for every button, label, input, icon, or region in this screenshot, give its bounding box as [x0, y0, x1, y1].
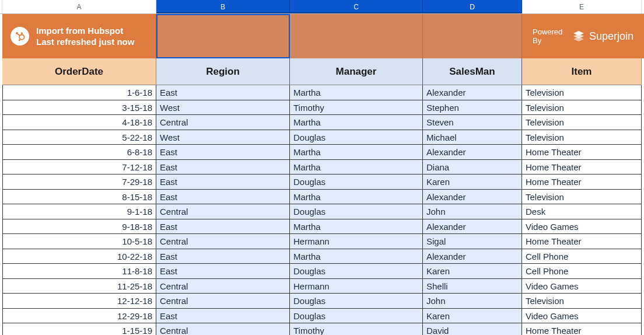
cell-B[interactable]: West [156, 130, 290, 145]
cell-D[interactable]: Shelli [423, 279, 522, 294]
cell-A[interactable]: 7-12-18 [2, 160, 156, 175]
cell-E[interactable]: Television [522, 294, 642, 309]
cell-B[interactable]: East [156, 85, 290, 100]
cell-A[interactable]: 6-8-18 [2, 145, 156, 160]
header-orderdate[interactable]: OrderDate [2, 58, 156, 85]
cell-D[interactable]: Alexander [423, 190, 522, 205]
col-header-A[interactable]: A [2, 0, 156, 13]
cell-D[interactable]: Karen [423, 309, 522, 324]
cell-C[interactable]: Douglas [290, 264, 423, 279]
cell-C[interactable]: Martha [290, 145, 423, 160]
cell-E[interactable]: Desk [522, 204, 642, 219]
header-item[interactable]: Item [522, 58, 642, 85]
cell-E[interactable]: Television [522, 100, 642, 116]
cell-A[interactable]: 4-18-18 [2, 115, 156, 130]
cell-C[interactable]: Martha [290, 115, 423, 130]
cell-A[interactable]: 12-29-18 [2, 309, 156, 324]
cell-B[interactable]: Central [156, 294, 290, 309]
cell-E[interactable]: Home Theater [522, 145, 642, 160]
cell-A[interactable]: 3-15-18 [2, 100, 156, 116]
cell-C[interactable]: Martha [290, 190, 423, 205]
banner-cell-D[interactable] [423, 14, 522, 58]
cell-C[interactable]: Hermann [290, 234, 423, 249]
cell-E[interactable]: Home Theater [522, 160, 642, 175]
cell-C[interactable]: Timothy [290, 323, 423, 335]
cell-E[interactable]: Video Games [522, 279, 642, 294]
cell-C[interactable]: Douglas [290, 294, 423, 309]
cell-E[interactable]: Cell Phone [522, 249, 642, 264]
cell-A[interactable]: 12-12-18 [2, 294, 156, 309]
cell-B[interactable]: East [156, 219, 290, 235]
cell-D[interactable]: Alexander [423, 145, 522, 160]
col-header-E[interactable]: E [522, 0, 642, 13]
cell-B[interactable]: East [156, 145, 290, 160]
cell-A[interactable]: 11-25-18 [2, 279, 156, 294]
cell-A[interactable]: 8-15-18 [2, 190, 156, 205]
header-region[interactable]: Region [156, 58, 290, 85]
cell-D[interactable]: Diana [423, 160, 522, 175]
cell-A[interactable]: 7-29-18 [2, 175, 156, 190]
cell-B[interactable]: East [156, 160, 290, 175]
table-row: 7-12-18EastMarthaDianaHome Theater [0, 160, 644, 175]
cell-C[interactable]: Douglas [290, 175, 423, 190]
cell-C[interactable]: Timothy [290, 100, 423, 116]
cell-D[interactable]: Michael [423, 130, 522, 145]
cell-B[interactable]: Central [156, 204, 290, 219]
col-header-B[interactable]: B [156, 0, 290, 13]
cell-B[interactable]: Central [156, 323, 290, 335]
cell-A[interactable]: 9-1-18 [2, 204, 156, 219]
cell-D[interactable]: John [423, 294, 522, 309]
cell-A[interactable]: 9-18-18 [2, 219, 156, 235]
cell-A[interactable]: 1-6-18 [2, 85, 156, 100]
cell-B[interactable]: East [156, 249, 290, 264]
cell-D[interactable]: Sigal [423, 234, 522, 249]
header-salesman[interactable]: SalesMan [423, 58, 522, 85]
cell-A[interactable]: 5-22-18 [2, 130, 156, 145]
cell-A[interactable]: 11-8-18 [2, 264, 156, 279]
cell-E[interactable]: Television [522, 130, 642, 145]
banner-cell-C[interactable] [290, 14, 423, 58]
col-header-C[interactable]: C [290, 0, 423, 13]
cell-E[interactable]: Television [522, 115, 642, 130]
cell-D[interactable]: Alexander [423, 249, 522, 264]
cell-C[interactable]: Martha [290, 85, 423, 100]
cell-D[interactable]: Alexander [423, 85, 522, 100]
cell-E[interactable]: Home Theater [522, 175, 642, 190]
cell-C[interactable]: Douglas [290, 204, 423, 219]
cell-C[interactable]: Martha [290, 219, 423, 235]
cell-B[interactable]: Central [156, 234, 290, 249]
banner-cell-B[interactable] [156, 14, 290, 58]
cell-E[interactable]: Television [522, 85, 642, 100]
cell-A[interactable]: 10-22-18 [2, 249, 156, 264]
cell-E[interactable]: Home Theater [522, 234, 642, 249]
cell-C[interactable]: Martha [290, 249, 423, 264]
cell-C[interactable]: Hermann [290, 279, 423, 294]
col-header-D[interactable]: D [423, 0, 522, 13]
cell-C[interactable]: Douglas [290, 309, 423, 324]
header-manager[interactable]: Manager [290, 58, 423, 85]
banner-title: Import from Hubspot [36, 25, 134, 37]
cell-C[interactable]: Martha [290, 160, 423, 175]
cell-B[interactable]: East [156, 190, 290, 205]
cell-D[interactable]: Steven [423, 115, 522, 130]
cell-E[interactable]: Television [522, 190, 642, 205]
cell-E[interactable]: Video Games [522, 309, 642, 324]
cell-C[interactable]: Douglas [290, 130, 423, 145]
cell-B[interactable]: East [156, 175, 290, 190]
cell-A[interactable]: 1-15-19 [2, 323, 156, 335]
cell-D[interactable]: Karen [423, 264, 522, 279]
cell-B[interactable]: Central [156, 115, 290, 130]
cell-D[interactable]: David [423, 323, 522, 335]
cell-B[interactable]: West [156, 100, 290, 116]
cell-B[interactable]: East [156, 309, 290, 324]
cell-D[interactable]: Stephen [423, 100, 522, 116]
cell-B[interactable]: East [156, 264, 290, 279]
cell-E[interactable]: Video Games [522, 219, 642, 235]
cell-D[interactable]: Karen [423, 175, 522, 190]
cell-E[interactable]: Home Theater [522, 323, 642, 335]
cell-D[interactable]: Alexander [423, 219, 522, 235]
cell-B[interactable]: Central [156, 279, 290, 294]
cell-D[interactable]: John [423, 204, 522, 219]
cell-A[interactable]: 10-5-18 [2, 234, 156, 249]
cell-E[interactable]: Cell Phone [522, 264, 642, 279]
